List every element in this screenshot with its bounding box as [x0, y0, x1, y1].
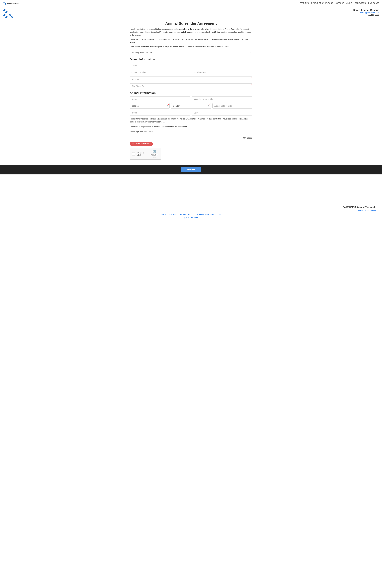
age-dob-input[interactable] — [212, 103, 252, 109]
city-state-zip-row: * — [130, 83, 252, 89]
org-name: Demo Animal Rescue — [353, 9, 379, 12]
animal-section-title: Animal Information — [130, 91, 252, 95]
breed-color-row — [130, 110, 252, 115]
microchip-input[interactable] — [192, 96, 252, 102]
recaptcha-icon: 🔄 — [150, 150, 159, 153]
breed-input[interactable] — [130, 110, 190, 115]
recaptcha-area[interactable]: I'm not a robot 🔄 reCAPTCHA Privacy - Te… — [130, 148, 161, 160]
nav-contact[interactable]: CONTACT US — [355, 2, 366, 4]
bitten-dropdown[interactable]: Recently Bitten Another Yes No — [130, 50, 252, 55]
footer-lang-zh[interactable]: 繁體字 — [184, 217, 189, 219]
nav-rescue-orgs[interactable]: RESCUE ORGANIZATIONS — [311, 2, 333, 4]
paw-icon-2: 🐾 — [3, 14, 8, 19]
agreement-text-2: I enter into this agreement in free will… — [130, 125, 252, 128]
gender-field: * Gender Male Female ▼ — [171, 103, 211, 109]
agreement-text-1: I understand that once I relinquish the … — [130, 118, 252, 124]
microchip-field — [192, 96, 252, 102]
nav-support[interactable]: SUPPORT — [336, 2, 344, 4]
site-name: pawsumes — [7, 2, 19, 4]
sign-instruction: Please sign your name below — [130, 131, 252, 133]
species-gender-age-row: * Species Dog Cat Bird Other ▼ * Gender … — [130, 103, 252, 109]
site-logo[interactable]: 🐾 pawsumes — [3, 1, 19, 5]
footer-links: TERMS OF SERVICE PRIVACY POLICY SUPPORT@… — [3, 213, 379, 215]
signature-section: Please sign your name below 02/16/2023 C… — [130, 131, 252, 146]
nav-features[interactable]: FEATURES — [300, 2, 309, 4]
owner-name-input[interactable] — [130, 63, 252, 68]
species-select[interactable]: Species Dog Cat Bird Other — [130, 103, 170, 109]
footer-lang-en[interactable]: ENGLISH — [191, 217, 198, 219]
address-row: * — [130, 77, 252, 82]
intro-text-3: I also hereby certify that within the pa… — [130, 45, 252, 48]
footer-region-us[interactable]: United States — [365, 210, 376, 212]
recaptcha-brand: reCAPTCHA — [150, 153, 159, 155]
page-header: 🐾 🐾 🐾 Demo Animal Rescue demo@pawsumes.c… — [0, 6, 382, 19]
animal-name-microchip-row: * — [130, 96, 252, 102]
bitten-dropdown-wrap: * Recently Bitten Another Yes No ▼ — [130, 50, 252, 55]
contact-number-field: * — [130, 70, 190, 75]
footer-region-taiwan[interactable]: Taiwan — [358, 210, 363, 212]
contact-email-row: * * — [130, 70, 252, 75]
recaptcha-label: I'm not a robot — [137, 152, 148, 156]
nav-dashboard[interactable]: DASHBOARD — [368, 2, 379, 4]
address-input[interactable] — [130, 77, 252, 82]
email-input[interactable] — [192, 70, 252, 75]
main-content: Animal Surrender Agreement I hereby cert… — [127, 19, 255, 165]
clear-signature-button[interactable]: CLEAR SIGNATURE — [130, 142, 153, 146]
contact-number-input[interactable] — [130, 70, 190, 75]
email-field: * — [192, 70, 252, 75]
owner-section-title: Owner Information — [130, 58, 252, 61]
recaptcha-checkbox[interactable] — [132, 152, 135, 155]
paw-icon-1: 🐾 — [3, 9, 8, 13]
bitten-required-star: * — [249, 50, 249, 52]
submit-button[interactable]: SUBMIT — [181, 167, 201, 172]
signature-date: 02/16/2023 — [130, 137, 252, 139]
footer-privacy[interactable]: PRIVACY POLICY — [180, 213, 194, 215]
recaptcha-logo: 🔄 reCAPTCHA Privacy - Terms — [150, 150, 159, 158]
footer-tos[interactable]: TERMS OF SERVICE — [161, 213, 178, 215]
age-dob-field — [212, 103, 252, 109]
intro-text-2: I understand that by surrendering my pro… — [130, 38, 252, 44]
spacer — [0, 174, 382, 203]
address-field: * — [130, 77, 252, 82]
footer: PAWSUMES Around The World Taiwan United … — [0, 203, 382, 222]
org-info: Demo Animal Rescue demo@pawsumes.com 111… — [353, 9, 379, 16]
org-email[interactable]: demo@pawsumes.com — [353, 12, 379, 14]
org-phone: 111-222-3333 — [353, 14, 379, 16]
breed-field — [130, 110, 190, 115]
form-title: Animal Surrender Agreement — [130, 21, 252, 26]
footer-regions: Taiwan United States — [3, 210, 379, 212]
species-field: * Species Dog Cat Bird Other ▼ — [130, 103, 170, 109]
color-input[interactable] — [192, 110, 252, 115]
nav-about[interactable]: ABOUT — [346, 2, 352, 4]
city-state-zip-field: * — [130, 83, 252, 89]
owner-name-row: * — [130, 63, 252, 68]
footer-language: 繁體字 ENGLISH — [3, 217, 379, 219]
paw-icon: 🐾 — [3, 1, 6, 5]
submit-bar: SUBMIT — [0, 165, 382, 174]
owner-name-field: * — [130, 63, 252, 68]
color-field — [192, 110, 252, 115]
logo-paws: 🐾 🐾 🐾 — [3, 9, 13, 19]
navbar: 🐾 pawsumes FEATURES RESCUE ORGANIZATIONS… — [0, 0, 382, 6]
intro-text-1: I hereby certify that I am the rightful … — [130, 28, 252, 37]
gender-select[interactable]: Gender Male Female — [171, 103, 211, 109]
paw-icon-3: 🐾 — [8, 14, 13, 19]
animal-name-input[interactable] — [130, 96, 190, 102]
footer-support-email[interactable]: SUPPORT@PAWSUMES.COM — [197, 213, 221, 215]
nav-links: FEATURES RESCUE ORGANIZATIONS SUPPORT AB… — [300, 2, 379, 4]
animal-name-field: * — [130, 96, 190, 102]
city-state-zip-input[interactable] — [130, 83, 252, 89]
footer-world-title: PAWSUMES Around The World — [3, 206, 379, 209]
recaptcha-privacy: Privacy - Terms — [150, 155, 159, 158]
